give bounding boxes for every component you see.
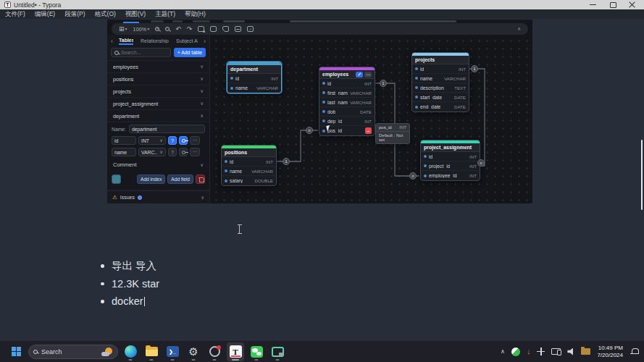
menu-item[interactable]: 段落(P) [64, 10, 85, 19]
sidebar-table-employees[interactable]: employees [107, 60, 209, 72]
taskbar-search[interactable]: Search [28, 345, 118, 359]
taskbar-recorder[interactable] [206, 342, 223, 361]
embedded-erd-image[interactable]: 100% + - ✓ TablesRelationshipsSubject Ar… [107, 20, 532, 203]
zoom-in-icon[interactable]: + [155, 27, 159, 31]
field-type-select[interactable]: VARC.. [138, 148, 166, 156]
comment-section[interactable]: Comment [112, 159, 205, 170]
tray-folder-icon[interactable] [581, 348, 590, 355]
tab-tables[interactable]: Tables [119, 38, 133, 45]
diagram-table-positions[interactable]: positionsidINTnameVARCHARsalaryDOUBLE [221, 145, 277, 186]
field-more-button[interactable] [190, 148, 200, 156]
table-field-row[interactable]: idINT [319, 79, 375, 88]
add-table-button[interactable]: + Add table [174, 48, 206, 57]
maximize-icon[interactable] [609, 1, 616, 8]
menu-item[interactable]: 编辑(E) [35, 10, 55, 19]
menu-item[interactable]: 主题(T) [155, 10, 175, 19]
zoom-level-dropdown[interactable]: 100% [133, 26, 150, 32]
undo-icon[interactable] [175, 26, 181, 33]
field-more-button[interactable] [190, 136, 200, 145]
bullet-item[interactable]: 12.3K star [101, 275, 159, 293]
close-icon[interactable] [629, 1, 635, 8]
field-name-input[interactable]: name [112, 148, 136, 156]
edit-pencil-icon[interactable] [356, 72, 363, 77]
taskbar-explorer[interactable] [143, 342, 160, 361]
typora-editor[interactable]: 100% + - ✓ TablesRelationshipsSubject Ar… [0, 19, 644, 340]
more-options-icon[interactable] [364, 72, 372, 77]
speaker-icon[interactable] [567, 348, 574, 355]
table-field-row[interactable]: nameVARCHAR [227, 83, 281, 93]
table-field-row[interactable]: first_nameVARCHAR [319, 88, 375, 98]
table-name-input[interactable]: department [129, 125, 205, 133]
table-field-row[interactable]: idINT [222, 157, 276, 167]
table-field-row[interactable]: dobDATE [319, 107, 375, 117]
sidebar-table-projects[interactable]: projects [107, 85, 209, 97]
taskbar-settings[interactable] [185, 342, 202, 361]
diagram-table-project_assignment[interactable]: project_assignmentidINTproject_idINTempl… [420, 140, 480, 181]
table-field-row[interactable]: start_dateDATE [412, 93, 469, 102]
window-titlebar[interactable]: T Untitled• - Typora [0, 0, 644, 9]
add-table-icon[interactable] [198, 26, 204, 32]
table-field-row[interactable]: salaryDOUBLE [222, 176, 276, 185]
nullable-toggle[interactable]: ? [168, 148, 177, 156]
delete-field-icon[interactable] [365, 127, 372, 134]
toolbar-collapse-icon[interactable] [517, 26, 521, 32]
menu-item[interactable]: 格式(O) [95, 10, 116, 19]
menu-item[interactable]: 文件(F) [5, 10, 25, 19]
tray-app-icon[interactable] [511, 348, 520, 356]
diagram-table-department[interactable]: departmentidINTnameVARCHAR [227, 62, 282, 93]
add-index-button[interactable]: Add index [137, 174, 165, 184]
table-field-row[interactable]: descriptionTEXT [412, 83, 469, 93]
move-tool-icon[interactable] [537, 348, 545, 355]
minimize-icon[interactable] [590, 1, 596, 8]
taskbar-terminal[interactable] [164, 342, 181, 361]
menu-item[interactable]: 帮助(H) [185, 10, 206, 19]
primary-key-toggle[interactable] [179, 148, 188, 156]
table-view-icon[interactable] [119, 26, 127, 33]
table-field-row[interactable]: idINT [227, 74, 281, 83]
add-area-icon[interactable] [210, 26, 217, 32]
primary-key-toggle[interactable] [179, 136, 188, 145]
menu-item[interactable]: 视图(V) [125, 10, 146, 19]
add-field-button[interactable]: Add field [167, 174, 193, 184]
nullable-toggle[interactable]: ? [168, 136, 177, 145]
taskbar-screenshot[interactable] [269, 342, 286, 361]
table-field-row[interactable]: idINT [412, 64, 469, 74]
table-color-swatch[interactable] [112, 174, 121, 184]
search-input[interactable]: Search... [111, 48, 171, 57]
tab-subject-are[interactable]: Subject Are [176, 38, 198, 43]
taskbar-edge[interactable] [122, 342, 139, 361]
editor-scrollbar[interactable] [641, 140, 643, 210]
save-icon[interactable] [235, 26, 241, 32]
add-note-icon[interactable] [222, 26, 229, 32]
table-field-row[interactable]: idINT [421, 152, 480, 161]
bullet-item[interactable]: 导出 导入 [101, 257, 159, 275]
cast-icon[interactable] [551, 348, 561, 355]
taskbar-wechat[interactable] [248, 342, 265, 361]
tabs-forward-icon[interactable] [204, 38, 206, 45]
sidebar-table-department[interactable]: department [107, 109, 209, 122]
tabs-back-icon[interactable] [111, 38, 113, 45]
sidebar-table-positions[interactable]: positions [107, 72, 209, 85]
download-arrow-icon[interactable] [527, 348, 531, 355]
table-field-row[interactable]: pos_id [319, 126, 375, 135]
diagram-table-projects[interactable]: projectsidINTnameVARCHARdescriptionTEXTs… [411, 52, 469, 112]
field-type-select[interactable]: INT [138, 136, 166, 145]
bullet-item[interactable]: docker [101, 292, 159, 311]
table-field-row[interactable]: dep_idINT [319, 117, 375, 126]
table-field-row[interactable]: project_idINT [421, 161, 480, 171]
table-field-row[interactable]: end_dateDATE [412, 102, 469, 111]
hidden-icons-icon[interactable] [501, 348, 505, 355]
start-button[interactable] [7, 342, 25, 361]
sidebar-table-project_assignment[interactable]: project_assignment [107, 97, 209, 109]
bullet-list[interactable]: 导出 导入12.3K stardocker [101, 257, 159, 311]
diagram-table-employees[interactable]: employeesidINTfirst_nameVARCHARlast_name… [319, 67, 375, 136]
delete-table-button[interactable] [196, 174, 205, 184]
table-field-row[interactable]: nameVARCHAR [412, 74, 469, 83]
field-name-input[interactable]: id [112, 136, 136, 145]
issues-row[interactable]: Issues [107, 190, 209, 203]
table-field-row[interactable]: last_nameVARCHAR [319, 98, 375, 107]
todo-icon[interactable]: ✓ [247, 26, 254, 32]
redo-icon[interactable] [187, 26, 193, 33]
taskbar-clock[interactable]: 10:49 PM 7/20/2024 [597, 345, 623, 358]
taskbar-typora[interactable]: T [227, 342, 244, 361]
